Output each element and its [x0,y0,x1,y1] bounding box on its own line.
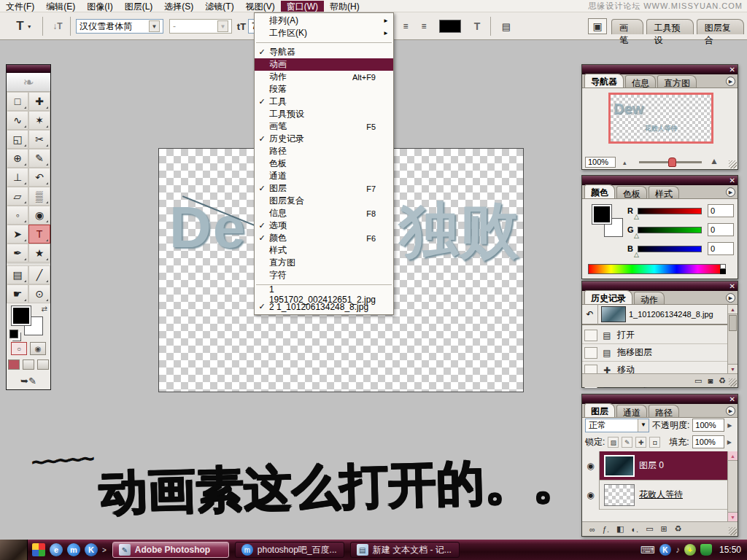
tab-layers[interactable]: 图层 [584,403,615,417]
slider-thumb-icon[interactable]: △ [634,213,639,220]
tab-navigator[interactable]: 导航器 [584,74,624,88]
menu-item-navigator[interactable]: ✓导航器 [255,46,393,58]
task-tieba[interactable]: mphotoshop吧_百度... [235,542,344,558]
white-swatch[interactable] [720,264,726,269]
well-tab-tool-presets[interactable]: 工具预设 [646,19,694,34]
menu-item-info[interactable]: 信息F8 [255,207,393,219]
warp-text-button[interactable]: T [468,18,486,34]
layer-thumbnail[interactable] [604,484,635,506]
navigator-zoom-field[interactable]: 100% [585,157,616,168]
menu-item-workspace[interactable]: 工作区(K)► [255,27,393,39]
k-tray-icon[interactable]: K [659,544,671,556]
menu-item-character[interactable]: 字符 [255,269,393,281]
menu-item-document-2[interactable]: ✓2 1_101206134248_8.jpg [255,300,393,313]
eraser-tool[interactable]: ▱ [7,187,28,206]
antivirus-tray-icon[interactable]: + [684,544,696,556]
quicklaunch-expander-icon[interactable]: > [102,546,107,554]
fill-field[interactable]: 100% [692,435,724,448]
menu-item-arrange[interactable]: 排列(A)► [255,15,393,27]
resize-grip[interactable] [729,527,737,535]
layer-row-text-layer[interactable]: ◉ 花败人等待 [582,481,727,510]
history-source-checkbox[interactable] [584,330,597,341]
scroll-up-icon[interactable]: ▲ [728,305,738,314]
lock-transparency-icon[interactable]: ▨ [608,437,619,448]
zoom-out-icon[interactable]: ▴ [623,159,627,166]
red-value-field[interactable]: 0 [708,204,734,217]
menu-item-tools[interactable]: ✓工具 [255,96,393,108]
scroll-down-icon[interactable]: ▼ [728,364,738,373]
tab-channels[interactable]: 通道 [616,405,647,417]
menu-file[interactable]: 文件(F) [0,1,40,12]
lock-all-icon[interactable]: ◘ [649,437,660,448]
fill-spinner-icon[interactable]: ▶ [727,439,732,446]
menu-item-color[interactable]: ✓颜色F6 [255,232,393,244]
new-document-from-state-icon[interactable]: ▭ [694,376,702,386]
clone-stamp-tool[interactable]: ⊥ [7,168,28,187]
tab-swatches[interactable]: 色板 [616,186,647,198]
history-brush-source-icon[interactable]: ↶ [582,304,598,324]
menu-view[interactable]: 视图(V) [240,1,281,12]
foreground-color-swatch[interactable] [592,205,611,224]
history-snapshot-row[interactable]: ↶ 1_101206134248_8.jpg [582,305,727,325]
new-group-folder-icon[interactable]: ▭ [646,524,653,534]
foreground-color-swatch[interactable] [12,306,31,325]
menu-item-history[interactable]: ✓历史记录 [255,133,393,145]
menu-layer[interactable]: 图层(L) [119,1,159,12]
slider-thumb-icon[interactable]: △ [634,232,639,239]
font-family-dropdown[interactable]: 汉仪雪君体简▼ [76,19,163,34]
tab-paths[interactable]: 路径 [649,405,679,417]
path-selection-tool[interactable]: ➤ [7,225,28,244]
menu-item-layer-comps[interactable]: 图层复合 [255,195,393,207]
blur-tool[interactable]: ◦ [7,206,28,225]
menu-item-actions[interactable]: 动作Alt+F9 [255,71,393,83]
magic-wand-tool[interactable]: ✶ [28,111,50,130]
speaker-tray-icon[interactable]: ♪ [676,545,680,555]
type-tool-preset-button[interactable]: T▼ [12,18,36,34]
history-source-checkbox[interactable] [584,347,597,359]
delete-state-trash-icon[interactable]: ♻ [719,376,726,386]
menu-item-paragraph[interactable]: 段落 [255,83,393,96]
lock-image-icon[interactable]: ✎ [622,437,632,448]
keyboard-tray-icon[interactable]: ⌨ [640,544,655,556]
menu-help[interactable]: 帮助(H) [324,1,365,12]
menu-image[interactable]: 图像(I) [81,1,118,12]
menu-item-options[interactable]: ✓选项 [255,219,393,232]
text-color-swatch[interactable] [439,20,461,33]
navigator-zoom-slider[interactable] [639,161,702,163]
font-style-dropdown[interactable]: -▼ [169,19,232,34]
scrollbar[interactable]: ▲ ▼ [727,451,738,521]
quicklaunch-browser-icon[interactable]: e [50,543,63,556]
quicklaunch-k-icon[interactable]: K [85,543,98,556]
red-slider[interactable] [638,208,702,214]
blue-slider[interactable] [638,246,702,252]
scrollbar[interactable]: ▲ ▼ [727,305,738,373]
menu-item-brushes[interactable]: 画笔F5 [255,120,393,133]
zoom-in-icon[interactable]: ▲ [710,156,719,166]
scroll-up-icon[interactable]: ▲ [728,451,738,461]
resize-grip[interactable] [729,160,737,168]
menu-item-paths[interactable]: 路径 [255,145,393,158]
rectangular-marquee-tool[interactable]: □ [7,92,28,111]
quick-mask-mode-button[interactable]: ◉ [30,342,46,355]
link-layers-icon[interactable]: ∞ [589,525,595,534]
quicklaunch-windows-icon[interactable] [32,543,45,556]
resize-grip[interactable] [729,378,737,386]
pen-tool[interactable]: ✒ [7,244,28,262]
blend-mode-dropdown[interactable]: 正常▼ [585,419,649,432]
move-tool[interactable]: ✚ [28,92,50,111]
menu-item-layers[interactable]: ✓图层F7 [255,182,393,195]
task-photoshop[interactable]: ✎Adobe Photoshop [112,542,229,558]
eyedropper-tool[interactable]: ╱ [28,265,50,284]
close-icon[interactable]: ✕ [729,281,735,291]
menu-window[interactable]: 窗口(W) [281,1,324,12]
task-notepad[interactable]: ▤新建 文本文档 - 记... [350,542,460,558]
type-tool[interactable]: T [28,225,50,244]
panel-menu-icon[interactable]: ▶ [726,187,735,197]
menu-item-document-1[interactable]: 1 1951702_002412651_2.jpg [255,288,393,300]
panel-menu-icon[interactable]: ▶ [726,293,735,303]
close-icon[interactable]: ✕ [729,65,735,74]
toggle-palettes-button[interactable]: ▤ [498,18,515,34]
green-value-field[interactable]: 0 [708,223,734,236]
close-icon[interactable]: ✕ [729,176,735,185]
lock-position-icon[interactable]: ✚ [635,437,646,448]
